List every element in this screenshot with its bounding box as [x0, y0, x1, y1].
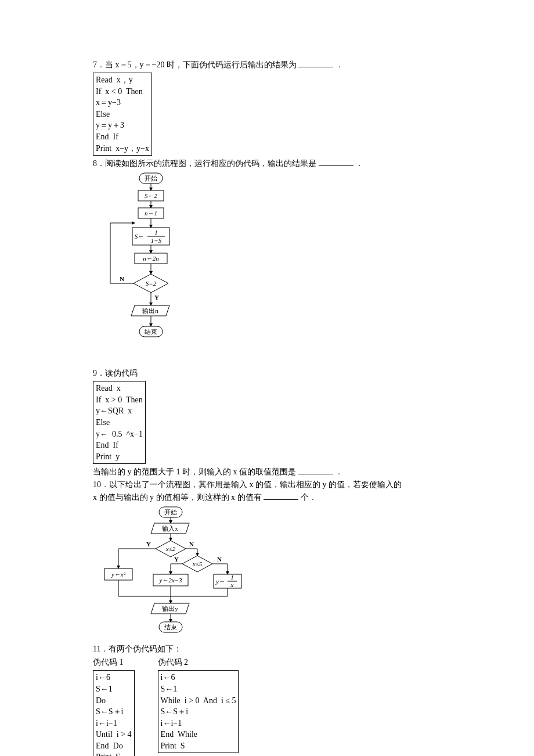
svg-text:x: x	[230, 581, 234, 588]
text: ．	[335, 467, 343, 476]
svg-text:x≤2: x≤2	[165, 545, 176, 552]
q8-prompt: 8．阅读如图所示的流程图，运行相应的伪代码，输出的结果是 ．	[93, 157, 441, 170]
q9-title: 9．读伪代码	[93, 367, 441, 379]
svg-text:Y: Y	[154, 294, 159, 301]
text: 个．	[301, 493, 317, 502]
q11-title: 11．有两个伪代码如下：	[93, 643, 441, 655]
q7-codebox: Read x，y If x < 0 Then x＝y−3 Else y＝y＋3 …	[93, 73, 152, 156]
svg-text:Y: Y	[174, 556, 179, 563]
svg-text:开始: 开始	[145, 175, 157, 182]
svg-text:x≤5: x≤5	[192, 560, 203, 567]
svg-text:输出y: 输出y	[162, 605, 178, 612]
text: 7．当 x＝5，y＝−20 时，下面伪代码运行后输出的结果为	[93, 60, 297, 69]
svg-text:结束: 结束	[145, 328, 157, 335]
svg-text:Y: Y	[146, 541, 151, 548]
q8-blank[interactable]	[319, 157, 353, 166]
svg-text:y←: y←	[215, 578, 225, 585]
q10-blank[interactable]	[264, 491, 298, 500]
text: 8．阅读如图所示的流程图，运行相应的伪代码，输出的结果是	[93, 159, 316, 168]
svg-text:结束: 结束	[164, 624, 177, 631]
svg-text:1: 1	[230, 574, 234, 581]
q9-codebox: Read x If x > 0 Then y←SQR x Else y← 0.5…	[93, 381, 146, 464]
q7-prompt: 7．当 x＝5，y＝−20 时，下面伪代码运行后输出的结果为 ．	[93, 59, 441, 71]
q11-col1: 伪代码 1 i←6 S←1 Do S←S＋i i←i−1 Until i > 4…	[93, 656, 135, 756]
svg-text:输入x: 输入x	[162, 525, 178, 532]
svg-text:S=2: S=2	[146, 280, 157, 287]
svg-text:y←2x−3: y←2x−3	[158, 577, 182, 584]
text: x 的值与输出的 y 的值相等，则这样的 x 的值有	[93, 493, 262, 502]
svg-text:S←: S←	[135, 233, 145, 240]
svg-text:开始: 开始	[164, 509, 177, 516]
svg-text:1: 1	[154, 229, 158, 236]
q9-prompt: 当输出的 y 的范围大于 1 时，则输入的 x 值的取值范围是 ．	[93, 466, 441, 478]
q11-row: 伪代码 1 i←6 S←1 Do S←S＋i i←i−1 Until i > 4…	[93, 656, 441, 756]
svg-text:1−S: 1−S	[151, 237, 162, 244]
q10-prompt-b: x 的值与输出的 y 的值相等，则这样的 x 的值有 个．	[93, 491, 441, 503]
q11-code2: i←6 S←1 While i > 0 And i ≤ 5 S←S＋i i←i−…	[158, 670, 239, 753]
q10-flowchart: 开始 输入x x≤2 Y y←x² N x≤5 Y y←2x−3 N y← 1 …	[99, 506, 441, 639]
svg-text:n←1: n←1	[145, 210, 157, 217]
text: ．	[335, 60, 344, 69]
svg-text:N: N	[189, 541, 194, 548]
svg-text:n←2n: n←2n	[143, 255, 159, 262]
q7-blank[interactable]	[298, 59, 333, 67]
text: 当输出的 y 的范围大于 1 时，则输入的 x 值的取值范围是	[93, 467, 296, 476]
q11-h2: 伪代码 2	[158, 656, 239, 668]
svg-text:N: N	[120, 275, 124, 282]
q10-prompt-a: 10．以下给出了一个流程图，其作用是输入 x 的值，输出相应的 y 的值，若要使…	[93, 478, 441, 491]
svg-text:S←2: S←2	[145, 192, 158, 199]
text: ．	[355, 159, 363, 168]
svg-text:N: N	[217, 556, 222, 563]
svg-text:输出n: 输出n	[142, 307, 158, 314]
q11-h1: 伪代码 1	[93, 656, 135, 668]
q11-code1: i←6 S←1 Do S←S＋i i←i−1 Until i > 4 End D…	[93, 670, 135, 756]
q9-blank[interactable]	[298, 466, 333, 474]
q11-col2: 伪代码 2 i←6 S←1 While i > 0 And i ≤ 5 S←S＋…	[158, 656, 239, 754]
q8-flowchart: 开始 S←2 n←1 S← 1 1−S n←2n S=2 N Y 输出n	[99, 172, 441, 363]
svg-text:y←x²: y←x²	[111, 571, 126, 578]
